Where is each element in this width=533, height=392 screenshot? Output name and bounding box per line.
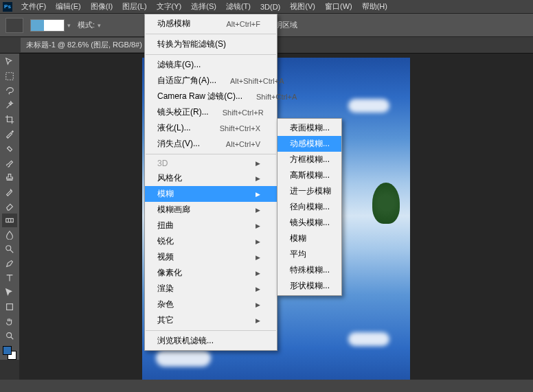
filter-menu-item[interactable]: 模糊▶ <box>145 186 277 202</box>
filter-menu-item[interactable]: 视频▶ <box>145 249 277 265</box>
gradient-tool[interactable] <box>2 214 17 227</box>
active-tool-thumb[interactable] <box>5 18 23 33</box>
dodge-tool[interactable] <box>2 242 17 256</box>
blur-menu-item[interactable]: 模糊 <box>277 231 341 246</box>
zoom-tool[interactable] <box>2 329 17 343</box>
blur-submenu: 表面模糊...动感模糊...方框模糊...高斯模糊...进一步模糊径向模糊...… <box>277 118 342 296</box>
menu-item-label: 转换为智能滤镜(S) <box>157 38 226 50</box>
heal-tool[interactable] <box>2 141 17 155</box>
menu-item-label: 自适应广角(A)... <box>157 75 216 87</box>
menu-image[interactable]: 图像(I) <box>86 0 117 14</box>
menu-item-label: 镜头校正(R)... <box>157 106 209 118</box>
menu-view[interactable]: 视图(V) <box>285 0 320 14</box>
type-tool[interactable] <box>2 271 17 285</box>
menu-edit[interactable]: 编辑(E) <box>51 0 86 14</box>
filter-menu-item[interactable]: 模糊画廊▶ <box>145 202 277 218</box>
filter-menu-item[interactable]: 风格化▶ <box>145 170 277 186</box>
submenu-arrow-icon: ▶ <box>256 222 260 229</box>
menu-separator <box>146 330 276 331</box>
filter-menu-item[interactable]: 其它▶ <box>145 312 277 328</box>
filter-menu-item[interactable]: 扭曲▶ <box>145 218 277 233</box>
shortcut-label: Alt+Shift+Ctrl+A <box>230 77 284 85</box>
eyedropper-tool[interactable] <box>2 127 17 141</box>
menu-file[interactable]: 文件(F) <box>16 0 51 14</box>
filter-menu-item[interactable]: 镜头校正(R)...Shift+Ctrl+R <box>145 104 277 120</box>
menu-item-label: 镜头模糊... <box>290 217 330 229</box>
menu-item-label: 模糊画廊 <box>157 204 190 216</box>
menu-item-label: 视频 <box>157 251 174 263</box>
blur-menu-item[interactable]: 特殊模糊... <box>277 262 341 278</box>
move-tool[interactable] <box>2 55 17 69</box>
chevron-down-icon[interactable]: ▾ <box>98 22 101 29</box>
filter-menu-item[interactable]: 锐化▶ <box>145 233 277 249</box>
menu-item-label: 平均 <box>290 249 306 260</box>
shape-tool[interactable] <box>2 300 17 314</box>
menu-item-label: 进一步模糊 <box>290 185 331 197</box>
filter-menu-item[interactable]: 转换为智能滤镜(S) <box>145 36 277 52</box>
menu-help[interactable]: 帮助(H) <box>357 0 392 14</box>
crop-tool[interactable] <box>2 113 17 126</box>
history-brush-tool[interactable] <box>2 185 17 198</box>
svg-rect-0 <box>6 73 14 80</box>
menu-window[interactable]: 窗口(W) <box>320 0 357 14</box>
submenu-arrow-icon: ▶ <box>256 238 260 245</box>
document-tab[interactable]: 未标题-1 @ 82.6% (图层, RGB/8#) * × <box>21 38 161 52</box>
submenu-arrow-icon: ▶ <box>256 254 260 261</box>
blur-menu-item[interactable]: 表面模糊... <box>277 120 341 136</box>
menu-select[interactable]: 选择(S) <box>186 0 221 14</box>
shortcut-label: Alt+Ctrl+F <box>226 20 260 28</box>
status-bar <box>0 380 533 392</box>
blur-menu-item[interactable]: 径向模糊... <box>277 199 341 215</box>
menu-layer[interactable]: 图层(L) <box>117 0 151 14</box>
svg-rect-3 <box>7 304 13 310</box>
menu-3d[interactable]: 3D(D) <box>256 1 285 13</box>
menu-item-label: 液化(L)... <box>157 122 191 134</box>
gradient-preview[interactable] <box>30 19 65 32</box>
filter-menu-item[interactable]: 消失点(V)...Alt+Ctrl+V <box>145 136 277 152</box>
color-swatches[interactable] <box>3 346 16 360</box>
shortcut-label: Shift+Ctrl+R <box>223 108 264 117</box>
lasso-tool[interactable] <box>2 84 17 97</box>
blur-menu-item[interactable]: 方框模糊... <box>277 152 341 168</box>
filter-menu-item[interactable]: 自适应广角(A)...Alt+Shift+Ctrl+A <box>145 73 277 89</box>
filter-menu-item[interactable]: 杂色▶ <box>145 297 277 312</box>
menu-separator <box>146 154 276 154</box>
menu-item-label: 3D <box>157 159 168 168</box>
filter-menu-item[interactable]: 像素化▶ <box>145 265 277 281</box>
pen-tool[interactable] <box>2 257 17 270</box>
filter-menu-item[interactable]: 渲染▶ <box>145 281 277 297</box>
hand-tool[interactable] <box>2 314 17 328</box>
brush-tool[interactable] <box>2 156 17 170</box>
menu-type[interactable]: 文字(Y) <box>152 0 187 14</box>
menu-filter[interactable]: 滤镜(T) <box>221 0 256 14</box>
filter-menu-item[interactable]: 动感模糊Alt+Ctrl+F <box>145 16 277 32</box>
blur-tool[interactable] <box>2 228 17 242</box>
toolbar <box>0 54 19 360</box>
menu-item-label: 动感模糊 <box>157 18 190 30</box>
submenu-arrow-icon: ▶ <box>256 270 260 277</box>
eraser-tool[interactable] <box>2 199 17 213</box>
mode-label: 模式: <box>78 20 95 30</box>
menu-item-label: 像素化 <box>157 267 182 279</box>
filter-menu-item: 3D▶ <box>145 157 277 170</box>
blur-menu-item[interactable]: 镜头模糊... <box>277 215 341 231</box>
foreground-color[interactable] <box>3 346 12 355</box>
menu-item-label: 特殊模糊... <box>290 264 330 276</box>
menu-item-label: 方框模糊... <box>290 154 330 165</box>
marquee-tool[interactable] <box>2 69 17 83</box>
path-tool[interactable] <box>2 286 17 299</box>
filter-menu-item[interactable]: Camera Raw 滤镜(C)...Shift+Ctrl+A <box>145 89 277 104</box>
menu-item-label: 浏览联机滤镜... <box>157 335 214 347</box>
stamp-tool[interactable] <box>2 170 17 184</box>
blur-menu-item[interactable]: 进一步模糊 <box>277 183 341 199</box>
blur-menu-item[interactable]: 形状模糊... <box>277 278 341 294</box>
blur-menu-item[interactable]: 动感模糊... <box>277 136 341 152</box>
chevron-down-icon[interactable]: ▾ <box>67 22 71 29</box>
filter-menu-item[interactable]: 浏览联机滤镜... <box>145 333 277 349</box>
filter-menu-item[interactable]: 滤镜库(G)... <box>145 57 277 73</box>
menu-separator <box>146 54 276 55</box>
filter-menu-item[interactable]: 液化(L)...Shift+Ctrl+X <box>145 120 277 136</box>
blur-menu-item[interactable]: 平均 <box>277 246 341 262</box>
blur-menu-item[interactable]: 高斯模糊... <box>277 168 341 183</box>
wand-tool[interactable] <box>2 98 17 112</box>
